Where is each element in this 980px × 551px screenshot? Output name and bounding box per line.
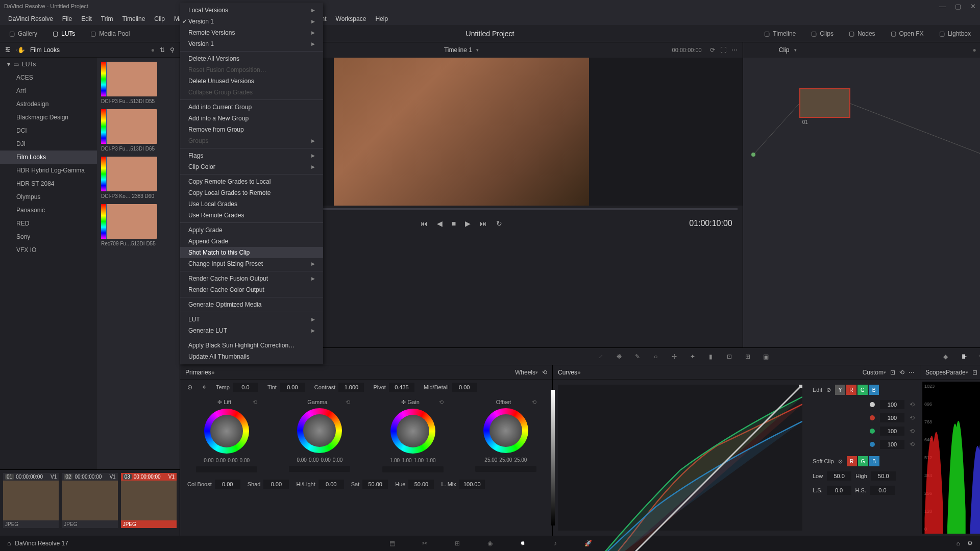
sc-g[interactable]: G: [858, 456, 868, 466]
tree-item-hdr-st-2084[interactable]: HDR ST 2084: [0, 177, 97, 190]
home-icon[interactable]: ⌂: [7, 540, 11, 547]
ctx-local-versions[interactable]: Local Versions▶: [180, 5, 323, 16]
menu-davinci-resolve[interactable]: DaVinci Resolve: [4, 13, 57, 24]
more-icon[interactable]: ⋯: [731, 46, 738, 54]
window-icon[interactable]: ○: [651, 352, 661, 362]
channel-value[interactable]: [880, 413, 904, 422]
lift-slider[interactable]: [196, 466, 257, 472]
tree-item-arri[interactable]: Arri: [0, 84, 97, 97]
curve-graph[interactable]: [558, 385, 802, 531]
toolbar-nodes[interactable]: ▢Nodes: [845, 28, 879, 39]
home2-icon[interactable]: ⌂: [957, 540, 960, 547]
shad-input[interactable]: [263, 480, 289, 489]
hand-icon[interactable]: ✋: [17, 46, 25, 54]
ctx-clip-color[interactable]: Clip Color▶: [180, 161, 323, 172]
page-fusion-icon[interactable]: ◉: [484, 537, 496, 549]
timecode-small[interactable]: 00:00:00:00: [672, 47, 702, 53]
tree-item-vfx-io[interactable]: VFX IO: [0, 243, 97, 257]
ctx-render-cache-color-output[interactable]: Render Cache Color Output: [180, 284, 323, 295]
clip-01[interactable]: 0100:00:00:00V1JPEG: [3, 473, 59, 533]
channel-value[interactable]: [880, 440, 904, 449]
lut-thumb[interactable]: DCI-P3 Fu…513DI D55: [101, 62, 176, 104]
chan-r[interactable]: R: [846, 385, 856, 395]
pivot-input[interactable]: [389, 383, 414, 392]
chevron-down-icon[interactable]: ▾: [966, 370, 968, 375]
channel-dot[interactable]: [870, 415, 875, 420]
tree-item-aces[interactable]: ACES: [0, 71, 97, 84]
chan-g[interactable]: G: [857, 385, 868, 395]
temp-input[interactable]: [233, 383, 258, 392]
next-clip-icon[interactable]: ⏭: [480, 219, 487, 228]
tree-item-hdr-hybrid-log-gamma[interactable]: HDR Hybrid Log-Gamma: [0, 164, 97, 177]
ctx-add-into-a-new-group[interactable]: Add into a New Group: [180, 113, 323, 124]
expand-icon[interactable]: ⊡: [890, 369, 895, 376]
sort-icon[interactable]: ⇅: [160, 46, 165, 54]
ctx-version-1[interactable]: ✓Version 1▶: [180, 16, 323, 27]
step-back-icon[interactable]: ◀: [437, 219, 443, 228]
reset-icon[interactable]: ⟲: [542, 369, 547, 376]
qualifier-icon[interactable]: ✎: [632, 352, 643, 362]
sc-b[interactable]: B: [869, 456, 879, 466]
ctx-generate-optimized-media[interactable]: Generate Optimized Media: [180, 299, 323, 310]
curves-icon[interactable]: ⟋: [596, 352, 606, 362]
colboost-input[interactable]: [215, 480, 240, 489]
clip-02[interactable]: 0200:00:00:00V1JPEG: [62, 473, 117, 533]
tint-input[interactable]: [280, 383, 305, 392]
gain-slider[interactable]: [382, 466, 444, 472]
ctx-generate-lut[interactable]: Generate LUT▶: [180, 325, 323, 336]
channel-dot[interactable]: [870, 402, 875, 407]
sc-r[interactable]: R: [847, 456, 857, 466]
curves-mode[interactable]: Custom: [863, 369, 884, 376]
info-icon[interactable]: ⓘ: [977, 352, 980, 362]
contrast-input[interactable]: [338, 383, 364, 392]
ctx-add-into-current-group[interactable]: Add into Current Group: [180, 102, 323, 113]
tree-item-olympus[interactable]: Olympus: [0, 190, 97, 204]
chan-b[interactable]: B: [869, 385, 879, 395]
toolbar-clips[interactable]: ▢Clips: [807, 28, 838, 39]
page-cut-icon[interactable]: ✂: [419, 537, 431, 549]
ctx-flags[interactable]: Flags▶: [180, 150, 323, 161]
toolbar-lightbox[interactable]: ▢Lightbox: [935, 28, 975, 39]
tree-item-film-looks[interactable]: Film Looks: [0, 151, 97, 164]
clip-03[interactable]: 0300:00:00:00V1JPEG: [121, 473, 177, 533]
tree-item-dji[interactable]: DJI: [0, 137, 97, 151]
ctx-remote-versions[interactable]: Remote Versions▶: [180, 27, 323, 38]
page-edit-icon[interactable]: ⊞: [451, 537, 463, 549]
lut-thumb[interactable]: DCI-P3 Fu…513DI D65: [101, 109, 176, 152]
chevron-down-icon[interactable]: ▾: [884, 370, 886, 375]
node-graph[interactable]: 01: [743, 58, 980, 347]
hs-input[interactable]: [870, 486, 895, 495]
reset-icon[interactable]: ⟲: [910, 441, 915, 448]
link-icon[interactable]: ⊘: [826, 387, 831, 393]
ctx-version-1[interactable]: Version 1▶: [180, 38, 323, 49]
intensity-slider[interactable]: [551, 390, 555, 525]
chevron-down-icon[interactable]: ▾: [535, 370, 538, 375]
sizing-icon[interactable]: ⊞: [743, 352, 753, 362]
expand-icon[interactable]: ⛶: [720, 46, 726, 54]
search-icon[interactable]: ⚲: [170, 46, 175, 54]
ctx-update-all-thumbnails[interactable]: Update All Thumbnails: [180, 351, 323, 362]
key-icon[interactable]: ⊡: [724, 352, 734, 362]
loop-icon[interactable]: ↻: [496, 219, 502, 228]
menu-trim[interactable]: Trim: [97, 13, 117, 24]
ctx-copy-remote-grades-to-local[interactable]: Copy Remote Grades to Local: [180, 176, 323, 187]
link-icon[interactable]: ⊘: [838, 458, 843, 465]
ctx-lut[interactable]: LUT▶: [180, 314, 323, 325]
high-input[interactable]: [871, 471, 896, 481]
menu-file[interactable]: File: [58, 13, 76, 24]
settings-icon[interactable]: ⚙: [967, 540, 973, 547]
play-icon[interactable]: ▶: [465, 219, 471, 228]
channel-dot[interactable]: [870, 429, 875, 434]
chevron-down-icon[interactable]: ▾: [794, 47, 797, 53]
offset-slider[interactable]: [475, 466, 536, 472]
middetail-input[interactable]: [452, 383, 477, 392]
channel-dot[interactable]: [870, 442, 875, 447]
ctx-change-input-sizing-preset[interactable]: Change Input Sizing Preset▶: [180, 258, 323, 269]
ctx-use-local-grades[interactable]: Use Local Grades: [180, 198, 323, 210]
node-mode-label[interactable]: Clip: [779, 46, 790, 54]
lmix-input[interactable]: [459, 480, 485, 489]
tree-item-dci[interactable]: DCI: [0, 124, 97, 137]
toolbar-timeline[interactable]: ▢Timeline: [760, 28, 800, 39]
magic-icon[interactable]: ✦: [688, 352, 698, 362]
offset-wheel[interactable]: [483, 408, 528, 453]
